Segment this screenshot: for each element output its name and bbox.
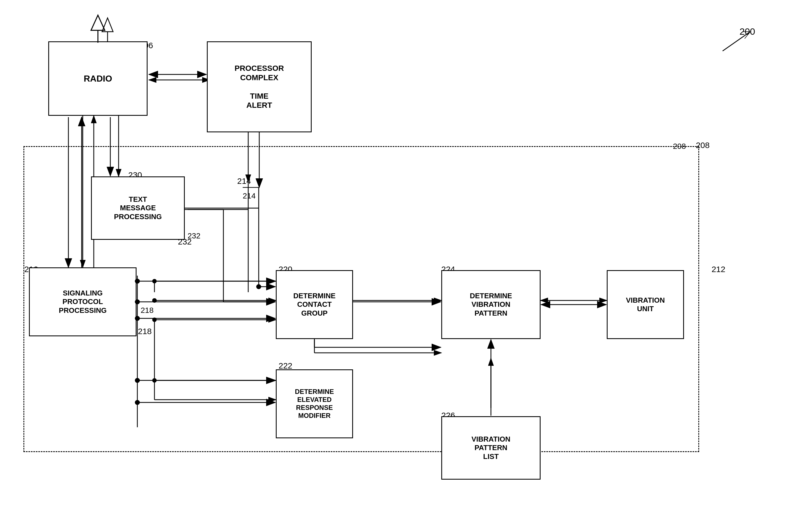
signaling-protocol-processing-block: SIGNALINGPROTOCOLPROCESSING bbox=[29, 267, 136, 336]
determine-vibration-pattern-block: DETERMINEVIBRATIONPATTERN bbox=[441, 270, 540, 339]
text-message-processing-block: TEXTMESSAGEPROCESSING bbox=[91, 176, 185, 240]
ref-200-label: 200 bbox=[739, 26, 755, 37]
svg-marker-3 bbox=[102, 18, 113, 32]
ref-222-label: 222 bbox=[279, 361, 292, 370]
ref-214-label: 214 bbox=[237, 176, 251, 186]
ref-218: 218 bbox=[141, 306, 154, 315]
ref-218-label: 218 bbox=[138, 327, 152, 336]
diagram: 200 206 RADIO 210 PROCESSORCOMPLEXTIMEAL… bbox=[0, 0, 791, 532]
vibration-pattern-list-block: VIBRATIONPATTERNLIST bbox=[441, 416, 540, 480]
determine-elevated-response-modifier-block: DETERMINEELEVATEDRESPONSEMODIFIER bbox=[276, 369, 353, 438]
ref-212-label: 212 bbox=[712, 265, 725, 274]
determine-contact-group-block: DETERMINECONTACTGROUP bbox=[276, 270, 353, 339]
processor-complex-block: PROCESSORCOMPLEXTIMEALERT bbox=[207, 41, 312, 132]
ref-208-label: 208 bbox=[696, 140, 710, 150]
ref-214: 214 bbox=[243, 192, 256, 201]
ref-232: 232 bbox=[187, 231, 201, 240]
ref-208: 208 bbox=[673, 142, 686, 151]
vibration-unit-block: VIBRATIONUNIT bbox=[607, 270, 684, 339]
radio-block: RADIO bbox=[48, 41, 148, 116]
